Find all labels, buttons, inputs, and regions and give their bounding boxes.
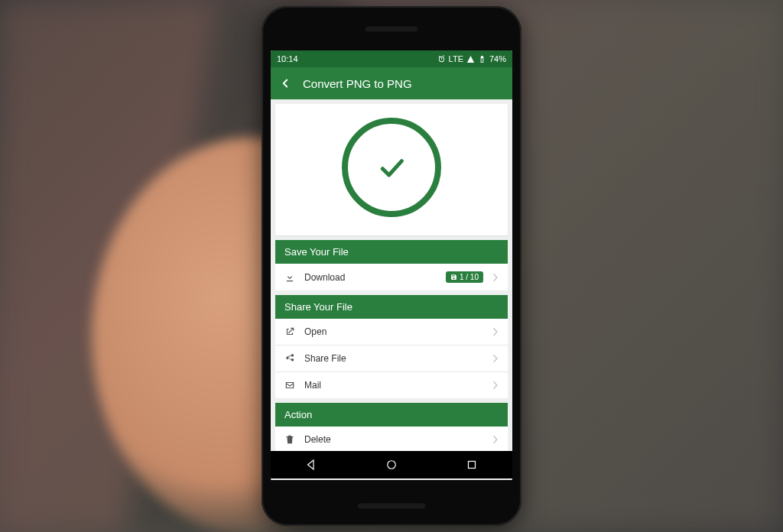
open-icon [284,326,295,337]
nav-back-icon[interactable] [304,458,318,472]
battery-icon [478,55,486,63]
action-section: Action Delete [275,403,508,453]
save-section: Save Your File Download 1 / 10 [275,240,508,290]
share-section: Share Your File Open Share File Mail [275,295,508,398]
back-icon[interactable] [278,76,292,90]
delete-icon [284,434,295,445]
svg-rect-2 [469,462,476,469]
mail-icon [284,380,295,391]
delete-label: Delete [304,434,483,445]
chevron-right-icon [492,273,499,282]
save-count-text: 1 / 10 [460,273,479,281]
android-nav-bar [271,451,512,478]
delete-row[interactable]: Delete [275,427,508,453]
download-label: Download [304,272,437,283]
phone-frame: 10:14 LTE 74% Convert PNG to PNG Save Yo… [262,6,521,526]
save-icon [450,274,457,281]
app-bar: Convert PNG to PNG [271,67,512,99]
save-count-badge: 1 / 10 [446,271,483,283]
download-icon [284,272,295,283]
success-card [275,104,508,235]
status-network: LTE [449,54,463,63]
share-file-row[interactable]: Share File [275,345,508,372]
download-row[interactable]: Download 1 / 10 [275,264,508,290]
phone-speaker-top [365,26,418,32]
svg-point-1 [388,461,396,469]
chevron-right-icon [492,381,499,390]
action-section-header: Action [275,403,508,427]
phone-speaker-bottom [357,503,426,509]
open-label: Open [304,326,483,337]
share-icon [284,353,295,364]
page-title: Convert PNG to PNG [303,77,412,90]
share-file-label: Share File [304,353,483,364]
svg-marker-0 [307,460,314,469]
checkmark-icon [376,152,407,183]
save-section-header: Save Your File [275,240,508,264]
mail-label: Mail [304,380,483,391]
alarm-icon [437,55,446,63]
open-row[interactable]: Open [275,319,508,345]
share-section-header: Share Your File [275,295,508,319]
signal-icon [466,55,475,63]
success-circle [342,118,441,217]
chevron-right-icon [492,435,499,444]
chevron-right-icon [492,354,499,363]
mail-row[interactable]: Mail [275,372,508,398]
status-bar: 10:14 LTE 74% [271,50,512,67]
nav-home-icon[interactable] [385,458,398,472]
content-area: Save Your File Download 1 / 10 Share You… [271,99,512,480]
chevron-right-icon [492,327,499,336]
status-battery: 74% [489,54,506,63]
phone-screen: 10:14 LTE 74% Convert PNG to PNG Save Yo… [271,50,512,480]
nav-recent-icon[interactable] [465,458,479,472]
status-time: 10:14 [277,54,298,63]
